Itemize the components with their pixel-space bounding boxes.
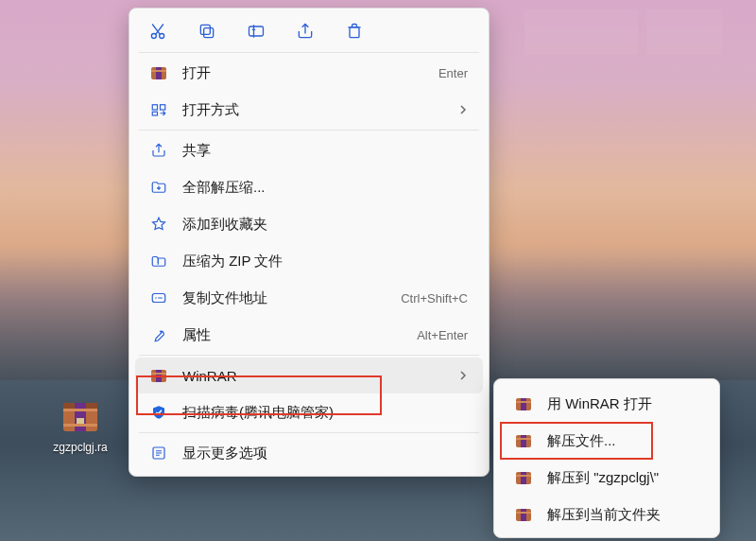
- menu-item-open-with[interactable]: 打开方式: [135, 92, 483, 128]
- rar-archive-icon: [148, 64, 169, 81]
- shield-icon: [148, 404, 169, 421]
- svg-rect-12: [350, 27, 359, 38]
- rar-archive-icon: [148, 367, 169, 384]
- svg-rect-21: [156, 370, 162, 382]
- menu-item-label: 打开方式: [182, 101, 449, 119]
- delete-icon[interactable]: [343, 20, 366, 43]
- menu-item-favorite[interactable]: 添加到收藏夹: [135, 206, 483, 242]
- rar-archive-icon: [513, 395, 534, 412]
- svg-rect-28: [521, 435, 526, 447]
- share-icon[interactable]: [294, 20, 317, 43]
- menu-item-shortcut: Alt+Enter: [417, 328, 468, 342]
- desktop-wallpaper: zgzpclgj.ra: [0, 0, 756, 541]
- blurred-region: [646, 9, 722, 55]
- svg-rect-29: [516, 438, 531, 440]
- rar-archive-icon: [58, 395, 103, 437]
- menu-item-label: 全部解压缩...: [182, 179, 468, 197]
- copy-path-icon: [148, 289, 169, 306]
- menu-item-label: 压缩为 ZIP 文件: [182, 253, 468, 270]
- chevron-right-icon: [458, 371, 468, 380]
- menu-item-more-options[interactable]: 显示更多选项: [135, 435, 483, 471]
- submenu-item-extract-to-named[interactable]: 解压到 "zgzpclgj\": [500, 460, 713, 496]
- menu-item-shortcut: Ctrl+Shift+C: [401, 291, 468, 305]
- menu-item-label: 复制文件地址: [182, 289, 391, 307]
- menu-item-open[interactable]: 打开 Enter: [135, 55, 483, 91]
- submenu-item-extract-here[interactable]: 解压到当前文件夹: [500, 497, 713, 532]
- menu-item-shortcut: Enter: [438, 66, 468, 80]
- svg-rect-34: [521, 509, 526, 521]
- svg-rect-4: [77, 418, 84, 424]
- folder-extract-icon: [148, 179, 169, 196]
- menu-item-properties[interactable]: 属性 Alt+Enter: [135, 317, 483, 353]
- svg-rect-25: [521, 398, 526, 410]
- submenu-item-extract-files[interactable]: 解压文件...: [500, 423, 713, 459]
- svg-rect-32: [516, 475, 531, 477]
- star-icon: [148, 216, 169, 233]
- svg-rect-2: [75, 403, 86, 431]
- menu-item-scan[interactable]: 扫描病毒(腾讯电脑管家): [135, 394, 483, 430]
- svg-rect-9: [204, 28, 214, 38]
- menu-item-label: WinRAR: [182, 368, 449, 384]
- rar-archive-icon: [513, 432, 534, 449]
- menu-item-label: 属性: [182, 326, 407, 344]
- menu-separator: [139, 355, 479, 356]
- cut-icon[interactable]: [146, 20, 169, 43]
- context-menu: 打开 Enter 打开方式 共享: [129, 8, 490, 477]
- svg-rect-31: [521, 472, 526, 484]
- more-options-icon: [148, 445, 169, 462]
- svg-rect-6: [63, 424, 97, 427]
- chevron-right-icon: [458, 105, 468, 114]
- submenu-item-label: 用 WinRAR 打开: [547, 395, 698, 413]
- rar-archive-icon: [513, 506, 534, 523]
- desktop-file-rar[interactable]: zgzpclgj.ra: [45, 395, 115, 454]
- submenu-item-label: 解压到当前文件夹: [547, 506, 698, 524]
- svg-rect-15: [151, 70, 166, 72]
- menu-item-label: 打开: [182, 64, 429, 82]
- svg-rect-16: [152, 105, 157, 110]
- menu-separator: [139, 432, 479, 433]
- svg-rect-10: [200, 25, 210, 34]
- desktop-file-label: zgzpclgj.ra: [45, 441, 115, 454]
- svg-rect-17: [161, 105, 165, 110]
- submenu-item-label: 解压文件...: [547, 432, 698, 450]
- context-submenu-winrar: 用 WinRAR 打开 解压文件... 解压到 "zgzpclgj\" 解压到当…: [493, 378, 720, 538]
- blurred-region: [524, 9, 638, 55]
- menu-separator: [139, 52, 479, 53]
- submenu-item-label: 解压到 "zgzpclgj\": [547, 469, 698, 487]
- menu-separator: [139, 130, 479, 131]
- menu-item-winrar[interactable]: WinRAR: [135, 358, 483, 393]
- context-menu-toolbar: [129, 14, 489, 50]
- svg-rect-11: [249, 26, 264, 36]
- menu-item-extract-all[interactable]: 全部解压缩...: [135, 169, 483, 205]
- zip-icon: [148, 253, 169, 270]
- svg-rect-18: [152, 112, 157, 115]
- menu-item-copy-path[interactable]: 复制文件地址 Ctrl+Shift+C: [135, 280, 483, 316]
- svg-rect-5: [63, 409, 97, 411]
- rar-archive-icon: [513, 469, 534, 486]
- share-icon: [148, 142, 169, 159]
- menu-item-label: 显示更多选项: [182, 445, 468, 462]
- svg-rect-26: [516, 401, 531, 403]
- menu-item-zip[interactable]: 压缩为 ZIP 文件: [135, 243, 483, 279]
- copy-icon[interactable]: [196, 20, 218, 43]
- submenu-item-open-winrar[interactable]: 用 WinRAR 打开: [500, 386, 713, 422]
- svg-rect-22: [151, 373, 166, 375]
- menu-item-label: 共享: [182, 142, 468, 160]
- rename-icon[interactable]: [245, 20, 267, 43]
- wrench-icon: [148, 326, 169, 343]
- menu-item-label: 扫描病毒(腾讯电脑管家): [182, 404, 468, 422]
- menu-item-label: 添加到收藏夹: [182, 216, 468, 234]
- svg-rect-14: [156, 67, 162, 79]
- menu-item-share[interactable]: 共享: [135, 132, 483, 168]
- svg-rect-35: [516, 512, 531, 514]
- open-with-icon: [148, 101, 169, 118]
